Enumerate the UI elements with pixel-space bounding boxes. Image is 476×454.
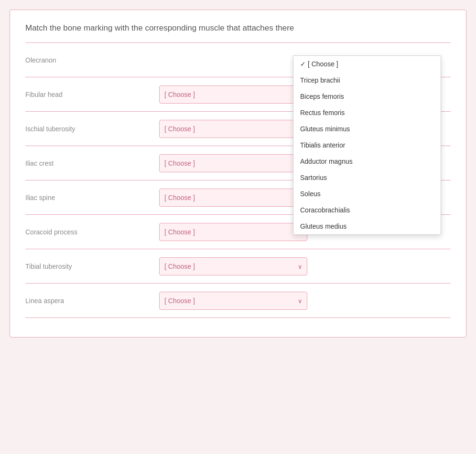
select-wrapper-tibial-tuberosity: [ Choose ] Tricep brachii Biceps femoris… — [159, 257, 307, 275]
select-fibular-head[interactable]: [ Choose ] Tricep brachii Biceps femoris… — [159, 85, 307, 104]
select-wrapper-iliac-spine: [ Choose ] Tricep brachii Biceps femoris… — [159, 189, 307, 207]
dropdown-item-adductor-magnus[interactable]: Adductor magnus — [293, 153, 441, 169]
dropdown-item-gluteus-minimus[interactable]: Gluteus minimus — [293, 121, 441, 137]
select-area-tibial-tuberosity: [ Choose ] Tricep brachii Biceps femoris… — [159, 253, 451, 280]
label-ischial-tuberosity: Ischial tuberosity — [25, 119, 159, 138]
dropdown-item-soleus[interactable]: Soleus — [293, 186, 441, 202]
dropdown-item-rectus-femoris[interactable]: Rectus femoris — [293, 105, 441, 121]
label-linea-aspera: Linea aspera — [25, 291, 159, 310]
select-area-linea-aspera: [ Choose ] Tricep brachii Biceps femoris… — [159, 287, 451, 315]
label-olecranon: Olecranon — [25, 51, 159, 70]
row-tibial-tuberosity: Tibial tuberosity [ Choose ] Tricep brac… — [25, 249, 451, 284]
dropdown-item-coracobrachialis[interactable]: Coracobrachialis — [293, 202, 441, 218]
select-ischial-tuberosity[interactable]: [ Choose ] Tricep brachii Biceps femoris… — [159, 120, 307, 138]
page-title: Match the bone marking with the correspo… — [25, 23, 451, 33]
select-iliac-spine[interactable]: [ Choose ] Tricep brachii Biceps femoris… — [159, 189, 307, 207]
select-wrapper-fibular-head: [ Choose ] Tricep brachii Biceps femoris… — [159, 85, 307, 104]
select-area-olecranon: [ Choose ] Tricep brachii Biceps femoris… — [159, 55, 451, 65]
label-iliac-spine: Iliac spine — [25, 188, 159, 207]
select-linea-aspera[interactable]: [ Choose ] Tricep brachii Biceps femoris… — [159, 292, 307, 310]
select-wrapper-coracoid-process: [ Choose ] Tricep brachii Biceps femoris… — [159, 223, 307, 241]
select-coracoid-process[interactable]: [ Choose ] Tricep brachii Biceps femoris… — [159, 223, 307, 241]
row-olecranon: Olecranon [ Choose ] Tricep brachii Bice… — [25, 43, 451, 77]
dropdown-item-tricep-brachii[interactable]: Tricep brachii — [293, 72, 441, 88]
row-linea-aspera: Linea aspera [ Choose ] Tricep brachii B… — [25, 284, 451, 318]
dropdown-item-sartorius[interactable]: Sartorius — [293, 169, 441, 186]
dropdown-item-choose[interactable]: [ Choose ] — [293, 56, 441, 72]
dropdown-item-tibialis-anterior[interactable]: Tibialis anterior — [293, 137, 441, 153]
select-iliac-crest[interactable]: [ Choose ] Tricep brachii Biceps femoris… — [159, 154, 307, 172]
select-wrapper-linea-aspera: [ Choose ] Tricep brachii Biceps femoris… — [159, 292, 307, 310]
select-tibial-tuberosity[interactable]: [ Choose ] Tricep brachii Biceps femoris… — [159, 257, 307, 275]
label-fibular-head: Fibular head — [25, 85, 159, 104]
select-wrapper-ischial-tuberosity: [ Choose ] Tricep brachii Biceps femoris… — [159, 120, 307, 138]
dropdown-item-gluteus-medius[interactable]: Gluteus medius — [293, 218, 441, 234]
dropdown-olecranon[interactable]: [ Choose ] Tricep brachii Biceps femoris… — [293, 55, 441, 235]
label-tibial-tuberosity: Tibial tuberosity — [25, 257, 159, 276]
dropdown-item-biceps-femoris[interactable]: Biceps femoris — [293, 88, 441, 105]
page-container: Match the bone marking with the correspo… — [10, 10, 466, 338]
label-iliac-crest: Iliac crest — [25, 154, 159, 173]
select-wrapper-iliac-crest: [ Choose ] Tricep brachii Biceps femoris… — [159, 154, 307, 172]
label-coracoid-process: Coracoid process — [25, 222, 159, 242]
